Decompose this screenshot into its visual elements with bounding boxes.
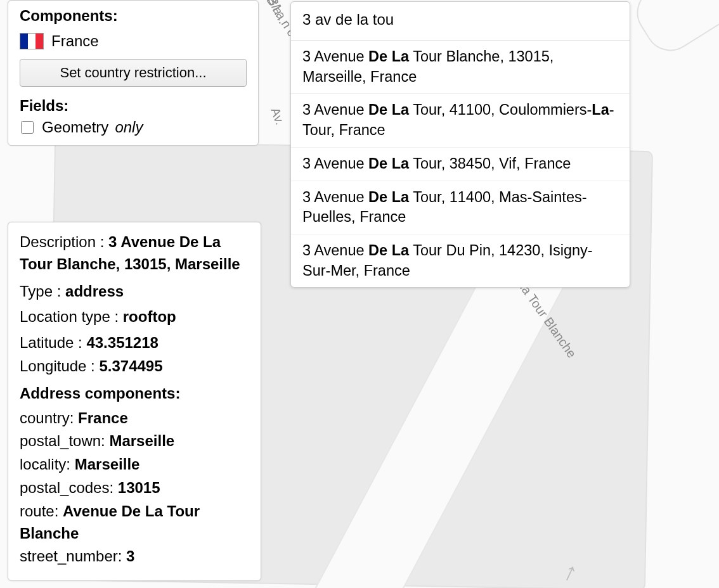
only-label: only [115, 118, 143, 136]
set-country-restriction-button[interactable]: Set country restriction... [20, 59, 247, 87]
config-panel: Components: France Set country restricti… [8, 0, 259, 146]
result-longitude: Longitude : 5.374495 [20, 355, 249, 378]
map-road-tr [627, 0, 719, 60]
component-street-number: street_number: 3 [20, 546, 249, 568]
fields-heading: Fields: [20, 97, 247, 115]
autocomplete-suggestion[interactable]: 3 Avenue De La Tour, 38450, Vif, France [291, 148, 630, 181]
autocomplete-panel: 3 Avenue De La Tour Blanche, 13015, Mars… [290, 1, 630, 288]
result-latitude: Latitude : 43.351218 [20, 332, 249, 354]
country-row: France [20, 32, 247, 50]
autocomplete-suggestion[interactable]: 3 Avenue De La Tour, 41100, Coulommiers-… [291, 94, 630, 147]
autocomplete-suggestion[interactable]: 3 Avenue De La Tour Du Pin, 14230, Isign… [291, 234, 630, 287]
result-description: Description : 3 Avenue De La Tour Blanch… [20, 231, 249, 276]
autocomplete-input[interactable] [291, 2, 630, 41]
geometry-only-checkbox[interactable] [21, 121, 34, 134]
autocomplete-suggestion[interactable]: 3 Avenue De La Tour Blanche, 13015, Mars… [291, 41, 630, 94]
component-route: route: Avenue De La Tour Blanche [20, 501, 249, 545]
component-postal-town: postal_town: Marseille [20, 430, 249, 452]
result-location-type: Location type : rooftop [20, 306, 249, 328]
map-road-label-av: Av. [268, 106, 287, 127]
address-components-heading: Address components: [20, 383, 249, 405]
autocomplete-suggestion[interactable]: 3 Avenue De La Tour, 11400, Mas-Saintes-… [291, 181, 630, 234]
component-country: country: France [20, 407, 249, 430]
france-flag-icon [20, 33, 44, 49]
geometry-field-label: Geometry [42, 118, 108, 136]
component-locality: locality: Marseille [20, 454, 249, 476]
results-panel: Description : 3 Avenue De La Tour Blanch… [8, 222, 261, 581]
components-heading: Components: [20, 7, 247, 25]
result-type: Type : address [20, 281, 249, 303]
country-name: France [51, 32, 99, 50]
autocomplete-list: 3 Avenue De La Tour Blanche, 13015, Mars… [291, 41, 630, 287]
component-postal-codes: postal_codes: 13015 [20, 477, 249, 499]
geometry-only-option[interactable]: Geometry only [20, 118, 247, 136]
